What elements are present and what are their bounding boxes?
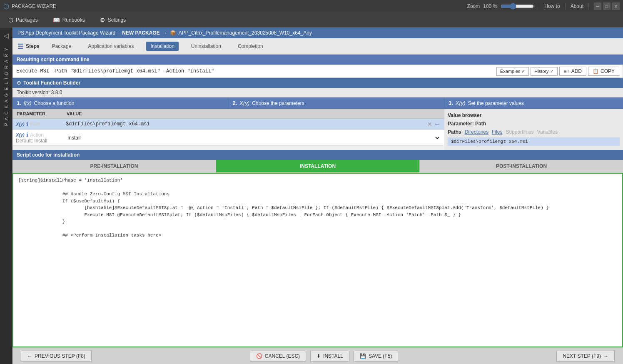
toolkit-builder-section: ⊙ Toolkit Function Builder Toolkit versi…: [12, 78, 623, 150]
install-tabs: PRE-INSTALLATION INSTALLATION POST-INSTA…: [12, 160, 623, 173]
minimize-button[interactable]: ─: [594, 2, 601, 10]
save-button[interactable]: 💾 SAVE (F5): [354, 351, 398, 362]
tab-installation-code[interactable]: INSTALLATION: [216, 160, 420, 172]
toolkit-header: ⊙ Toolkit Function Builder: [12, 78, 623, 88]
sidebar: ◁ P A C K A G E L I B R A R Y: [0, 27, 12, 364]
nav-runbooks[interactable]: 📖 Runbooks: [50, 15, 88, 25]
vb-tab-variables[interactable]: Variables: [537, 129, 558, 135]
prev-step-label: PREVIOUS STEP (F8): [35, 353, 85, 359]
copy-label: COPY: [601, 68, 615, 74]
breadcrumb: PS App Deployment Toolkit Package Wizard…: [12, 27, 623, 38]
param-path-name: Path: [30, 121, 40, 127]
value-browser-item[interactable]: $dirFiles\profilemgt_x64.msi: [448, 137, 620, 146]
close-button[interactable]: ✕: [612, 2, 620, 10]
toolkit-collapse-icon[interactable]: ⊙: [17, 80, 21, 86]
param-table: PARAMETER VALUE X(y) ℹ Path: [12, 109, 444, 146]
window-controls: ─ □ ✕: [594, 2, 620, 10]
vb-tab-files[interactable]: Files: [492, 129, 502, 135]
param-default-value: Install: [34, 138, 47, 144]
nav-settings[interactable]: ⚙ Settings: [97, 15, 129, 25]
settings-icon: ⚙: [100, 17, 105, 23]
script-code-section: Script code for installation PRE-INSTALL…: [12, 150, 623, 347]
zoom-level: 100 %: [483, 3, 497, 9]
cancel-button[interactable]: 🚫 CANCEL (ESC): [250, 351, 306, 362]
save-icon: 💾: [360, 353, 366, 359]
col2-label: Choose the parameters: [252, 100, 304, 106]
value-browser-tabs: Paths Directories Files SupportFiles Var…: [448, 129, 620, 135]
tab-package[interactable]: Package: [48, 42, 76, 51]
param-path-arrow-icon[interactable]: ←: [434, 120, 441, 128]
add-icon: ≡+: [564, 68, 570, 74]
breadcrumb-text1: PS App Deployment Toolkit Package Wizard: [17, 30, 115, 36]
install-label: INSTALL: [323, 353, 343, 359]
about-link[interactable]: About: [571, 3, 583, 9]
value-browser-panel: Value browser Parameter: Path Paths Dire…: [444, 109, 623, 150]
how-to-link[interactable]: How to: [544, 3, 560, 9]
save-label: SAVE (F5): [369, 353, 392, 359]
install-button[interactable]: ⬇ INSTALL: [310, 351, 349, 362]
param-path-info-icon[interactable]: ℹ: [26, 121, 28, 127]
cancel-icon: 🚫: [256, 353, 262, 359]
divider1: [539, 3, 539, 10]
nav-packages[interactable]: ⬡ Packages: [5, 15, 41, 25]
maximize-button[interactable]: □: [603, 2, 611, 10]
nav-runbooks-label: Runbooks: [62, 17, 85, 23]
copy-button[interactable]: 📋 COPY: [588, 67, 619, 76]
tab-completion[interactable]: Completion: [234, 42, 267, 51]
col1-icon: f(x): [24, 100, 32, 106]
tab-pre-installation[interactable]: PRE-INSTALLATION: [12, 160, 216, 172]
param-action-info-icon[interactable]: ℹ: [26, 132, 28, 138]
script-command-bar: Examples ✓ History ✓ ≡+ ADD 📋 COPY: [12, 65, 623, 78]
param-path-input[interactable]: [66, 121, 426, 127]
breadcrumb-package-icon: 📦: [170, 30, 176, 36]
script-command-input[interactable]: [16, 68, 494, 74]
breadcrumb-package-name: APP_Citrix_Profilemanagement_203025008_W…: [179, 30, 312, 36]
tab-uninstallation[interactable]: Uninstallation: [187, 42, 225, 51]
breadcrumb-sep: -: [118, 30, 120, 36]
fb-col3-header: 3. X(y) Set the parameter values: [444, 97, 623, 109]
app-logo-icon: ⬡: [3, 2, 9, 10]
tab-app-vars[interactable]: Application variables: [84, 42, 138, 51]
packages-icon: ⬡: [8, 17, 13, 23]
zoom-slider[interactable]: [501, 3, 534, 10]
title-bar-right: Zoom 100 % How to About ─ □ ✕: [467, 2, 620, 10]
examples-button[interactable]: Examples ✓: [496, 67, 529, 76]
param-action-cell: X(y) ℹ Action Default: Install: [12, 130, 62, 146]
bottom-bar-left: ← PREVIOUS STEP (F8): [21, 351, 92, 362]
next-step-button[interactable]: NEXT STEP (F9) →: [556, 351, 615, 362]
copy-icon: 📋: [593, 68, 599, 74]
tab-installation[interactable]: Installation: [146, 42, 178, 51]
col3-icon: X(y): [456, 100, 466, 106]
sidebar-label: P A C K A G E L I B R A R Y: [4, 47, 9, 126]
tab-post-installation[interactable]: POST-INSTALLATION: [420, 160, 623, 172]
param-xy-icon1: X(y): [16, 122, 25, 127]
bottom-bar-center: 🚫 CANCEL (ESC) ⬇ INSTALL 💾 SAVE (F5): [250, 351, 399, 362]
app-title: PACKAGE WIZARD: [12, 3, 57, 9]
vb-tab-directories[interactable]: Directories: [465, 129, 488, 135]
bottom-bar-right: NEXT STEP (F9) →: [556, 351, 615, 362]
title-bar: ⬡ PACKAGE WIZARD Zoom 100 % How to About…: [0, 0, 623, 12]
param-path-label: X(y) ℹ Path: [16, 121, 59, 127]
add-button[interactable]: ≡+ ADD: [559, 67, 586, 76]
steps-header: ☰ Steps Package Application variables In…: [12, 38, 623, 55]
prev-step-button[interactable]: ← PREVIOUS STEP (F8): [21, 351, 92, 362]
param-action-select[interactable]: Install Uninstall Patch Repair: [66, 135, 441, 141]
script-command-header: Resulting script command line: [12, 55, 623, 65]
vb-tab-supportfiles[interactable]: SupportFiles: [506, 129, 533, 135]
sidebar-arrow-icon[interactable]: ◁: [4, 32, 9, 40]
history-button[interactable]: History ✓: [531, 67, 557, 76]
col3-number: 3.: [449, 100, 453, 106]
param-path-value-cell: ✕ ←: [62, 119, 444, 130]
steps-label: Steps: [26, 43, 40, 49]
zoom-label: Zoom: [467, 3, 480, 9]
breadcrumb-arrow-icon: →: [162, 30, 167, 36]
vb-tab-paths[interactable]: Paths: [448, 129, 461, 135]
add-label: ADD: [571, 68, 582, 74]
toolkit-version: Toolkit version: 3.8.0: [12, 88, 623, 97]
param-path-clear-icon[interactable]: ✕: [427, 121, 432, 127]
code-area: [string]$installPhase = 'Installation' #…: [12, 173, 623, 347]
col2-icon: X(y): [239, 100, 249, 106]
value-browser-param: Parameter: Path: [448, 121, 620, 127]
param-row-path: X(y) ℹ Path ✕ ←: [12, 119, 444, 130]
bottom-bar: ← PREVIOUS STEP (F8) 🚫 CANCEL (ESC) ⬇ IN…: [12, 347, 623, 364]
